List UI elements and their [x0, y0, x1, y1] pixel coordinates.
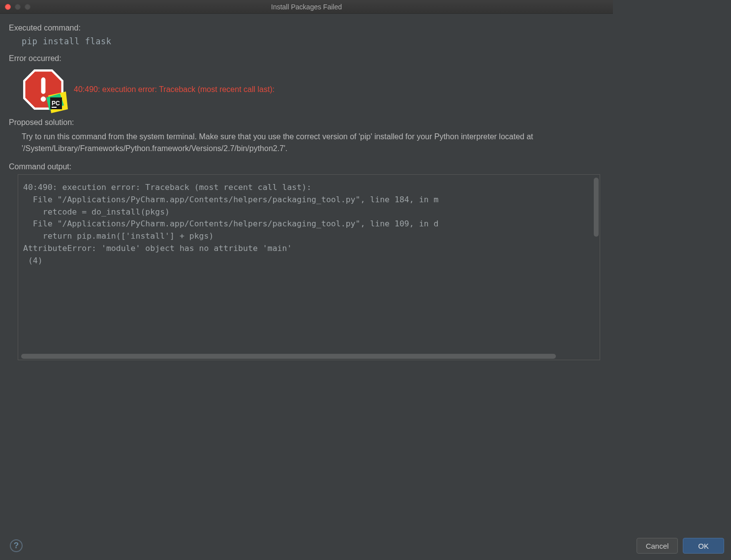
minimize-window-icon	[15, 4, 21, 10]
proposed-solution-label: Proposed solution:	[9, 118, 604, 127]
command-output-label: Command output:	[9, 162, 604, 171]
close-window-icon[interactable]	[5, 4, 11, 10]
command-output-box[interactable]: 40:490: execution error: Traceback (most…	[18, 174, 600, 360]
proposed-solution-text: Try to run this command from the system …	[9, 130, 604, 159]
svg-rect-8	[52, 107, 57, 108]
titlebar: Install Packages Failed	[0, 0, 613, 14]
dialog-content: Executed command: pip install flask Erro…	[0, 14, 613, 360]
window-controls	[0, 4, 30, 10]
error-row: PC 40:490: execution error: Traceback (m…	[9, 66, 604, 115]
error-occurred-label: Error occurred:	[9, 54, 604, 63]
window-title: Install Packages Failed	[271, 3, 342, 11]
error-icon-composite: PC	[22, 68, 65, 111]
maximize-window-icon	[25, 4, 30, 10]
error-message: 40:490: execution error: Traceback (most…	[74, 85, 274, 94]
horizontal-scrollbar[interactable]	[21, 354, 556, 359]
command-output-text: 40:490: execution error: Traceback (most…	[23, 183, 438, 265]
executed-command-value: pip install flask	[9, 35, 604, 51]
pycharm-icon: PC	[45, 91, 69, 114]
executed-command-label: Executed command:	[9, 24, 604, 32]
vertical-scrollbar[interactable]	[594, 178, 599, 237]
svg-text:PC: PC	[52, 100, 60, 107]
